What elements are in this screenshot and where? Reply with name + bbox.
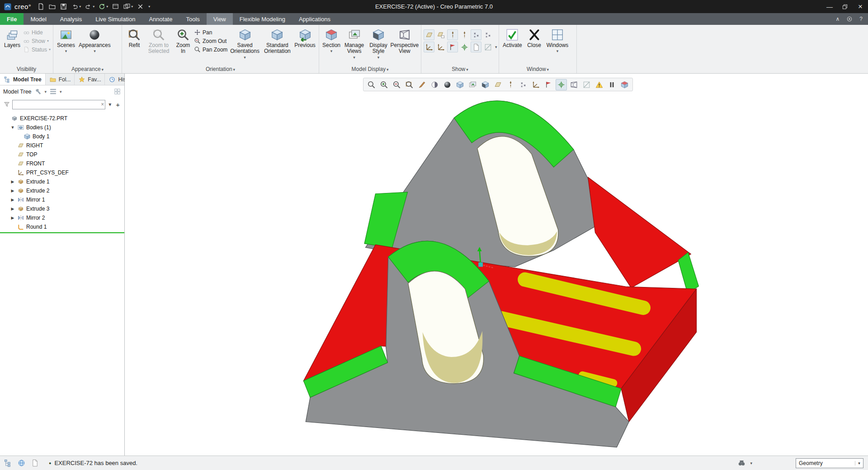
- refit-button[interactable]: [404, 79, 415, 90]
- clipping-toggle-button[interactable]: [619, 79, 630, 90]
- rear-right-green-chamfer[interactable]: [678, 253, 698, 294]
- tree-settings-icon[interactable]: [113, 88, 121, 95]
- pan-button[interactable]: Pan: [194, 29, 227, 36]
- saved-views-button[interactable]: [454, 79, 466, 90]
- tree-item-extrude-3[interactable]: ▶Extrude 3: [0, 204, 124, 213]
- datum-point-toggle-button[interactable]: [518, 79, 529, 90]
- regenerate-button[interactable]: ▾: [97, 1, 109, 12]
- activate-button[interactable]: Activate: [501, 27, 524, 65]
- sketch-view-button[interactable]: [581, 79, 592, 90]
- tree-item-top[interactable]: TOP: [0, 150, 124, 159]
- appearances-button[interactable]: Appearances ▾: [77, 27, 112, 65]
- search-options-button[interactable]: ▾: [107, 101, 113, 108]
- dropdown-caret-icon[interactable]: ▾: [79, 5, 81, 9]
- datum-plane-toggle-button[interactable]: [492, 79, 504, 90]
- datum-axis-toggle-button[interactable]: [505, 79, 516, 90]
- clear-search-icon[interactable]: ×: [101, 101, 104, 108]
- axis-display-button[interactable]: [447, 29, 458, 40]
- pan-zoom-button[interactable]: Pan Zoom: [194, 46, 227, 53]
- add-filter-button[interactable]: +: [114, 101, 121, 108]
- hide-button[interactable]: Hide: [23, 29, 51, 36]
- model-3d-view[interactable]: [125, 74, 868, 456]
- tree-search-input[interactable]: [12, 100, 105, 109]
- pause-simulation-button[interactable]: [606, 79, 618, 90]
- tree-expander-icon[interactable]: ▶: [10, 188, 15, 193]
- model-tree-toggle-button[interactable]: [2, 457, 14, 469]
- tab-model[interactable]: Model: [24, 13, 53, 25]
- tree-item-extrude-2[interactable]: ▶Extrude 2: [0, 186, 124, 195]
- minimize-button[interactable]: —: [822, 0, 837, 13]
- zoom-out-button[interactable]: [391, 79, 402, 90]
- axis-tag-display-button[interactable]: [459, 29, 470, 40]
- new-file-button[interactable]: [36, 1, 46, 12]
- selection-filter-dropdown[interactable]: Geometry ▾: [796, 458, 863, 468]
- datum-plane-display-button[interactable]: [424, 29, 434, 40]
- zoom-region-button[interactable]: [366, 79, 377, 90]
- show-more-caret-icon[interactable]: ▾: [495, 45, 497, 49]
- section-button[interactable]: Section ▾: [321, 27, 341, 65]
- analysis-warning-button[interactable]: [594, 79, 605, 90]
- manage-views-button[interactable]: Manage Views ▾: [342, 27, 366, 65]
- display-settings-button[interactable]: [429, 79, 440, 90]
- tree-expander-icon[interactable]: ▼: [10, 125, 15, 130]
- full-screen-toggle-button[interactable]: [29, 457, 41, 469]
- rear-right-red-face[interactable]: [588, 177, 691, 288]
- tab-flexible-modeling[interactable]: Flexible Modeling: [233, 13, 292, 25]
- tree-item-bodies-1[interactable]: ▼Bodies (1): [0, 123, 124, 132]
- saved-orientations-button[interactable]: Saved Orientations ▾: [228, 27, 261, 65]
- tab-favorites[interactable]: Fav...: [75, 74, 105, 85]
- zoom-to-selected-button[interactable]: Zoom to Selected: [145, 27, 172, 65]
- web-browser-toggle-button[interactable]: [15, 457, 27, 469]
- session-status-icon[interactable]: [846, 15, 853, 23]
- tree-expander-icon[interactable]: ▶: [10, 216, 15, 220]
- spin-center-display-button[interactable]: [459, 42, 470, 52]
- dropdown-caret-icon[interactable]: ▾: [131, 5, 133, 9]
- tab-model-tree[interactable]: Model Tree: [0, 74, 46, 85]
- tree-filters-icon[interactable]: [34, 88, 42, 95]
- tab-annotate[interactable]: Annotate: [142, 13, 179, 25]
- display-style-button[interactable]: Display Style ▾: [367, 27, 390, 65]
- tree-item-prt-csys-def[interactable]: PRT_CSYS_DEF: [0, 168, 124, 177]
- point-display-button[interactable]: [471, 29, 481, 40]
- customize-qat-button[interactable]: ▾: [146, 1, 151, 12]
- orient-mode-button[interactable]: [568, 79, 580, 90]
- tree-expander-icon[interactable]: ▶: [10, 197, 15, 202]
- tree-item-right[interactable]: RIGHT: [0, 141, 124, 150]
- zoom-in-button[interactable]: Zoom In: [173, 27, 193, 65]
- refit-button[interactable]: Refit: [124, 27, 144, 65]
- scenes-button[interactable]: Scenes ▾: [56, 27, 76, 65]
- zoom-in-button[interactable]: [378, 79, 390, 90]
- csys-toggle-button[interactable]: [530, 79, 542, 90]
- save-button[interactable]: [58, 1, 69, 12]
- point-tag-display-button[interactable]: [482, 29, 493, 40]
- perspective-view-button[interactable]: Perspective View: [391, 27, 419, 65]
- tab-live-simulation[interactable]: Live Simulation: [89, 13, 142, 25]
- view-manager-button[interactable]: [467, 79, 478, 90]
- window-layout-button[interactable]: ▾: [122, 1, 134, 12]
- standard-orientation-button[interactable]: Standard Orientation: [262, 27, 292, 65]
- dropdown-caret-icon[interactable]: ▾: [106, 5, 108, 9]
- dropdown-caret-icon[interactable]: ▾: [93, 5, 94, 9]
- enhanced-realism-button[interactable]: [442, 79, 453, 90]
- zoom-out-button[interactable]: Zoom Out: [194, 38, 227, 44]
- status-button[interactable]: Status▾: [23, 46, 51, 53]
- tab-analysis[interactable]: Analysis: [53, 13, 89, 25]
- names-display-button[interactable]: [482, 42, 493, 52]
- show-button[interactable]: Show▾: [23, 38, 51, 44]
- restore-button[interactable]: [837, 0, 853, 13]
- open-file-button[interactable]: [47, 1, 57, 12]
- collapse-ribbon-button[interactable]: ∧: [836, 16, 840, 22]
- tree-columns-icon[interactable]: [49, 88, 57, 95]
- tab-folder-browser[interactable]: Fol...: [46, 74, 75, 85]
- close-window-button[interactable]: ×: [853, 0, 868, 13]
- annotation-toggle-button[interactable]: [543, 79, 554, 90]
- tab-file[interactable]: File: [0, 13, 24, 25]
- layers-button[interactable]: Layers: [2, 27, 22, 65]
- tree-item-exercise-72-prt[interactable]: EXERCISE-72.PRT: [0, 114, 124, 123]
- help-button[interactable]: ?: [859, 16, 863, 22]
- tree-item-round-1[interactable]: Round 1: [0, 222, 124, 231]
- tree-item-extrude-1[interactable]: ▶Extrude 1: [0, 177, 124, 186]
- annotation-display-button[interactable]: [447, 42, 458, 52]
- close-button[interactable]: Close: [524, 27, 544, 65]
- display-style-button[interactable]: [480, 79, 491, 90]
